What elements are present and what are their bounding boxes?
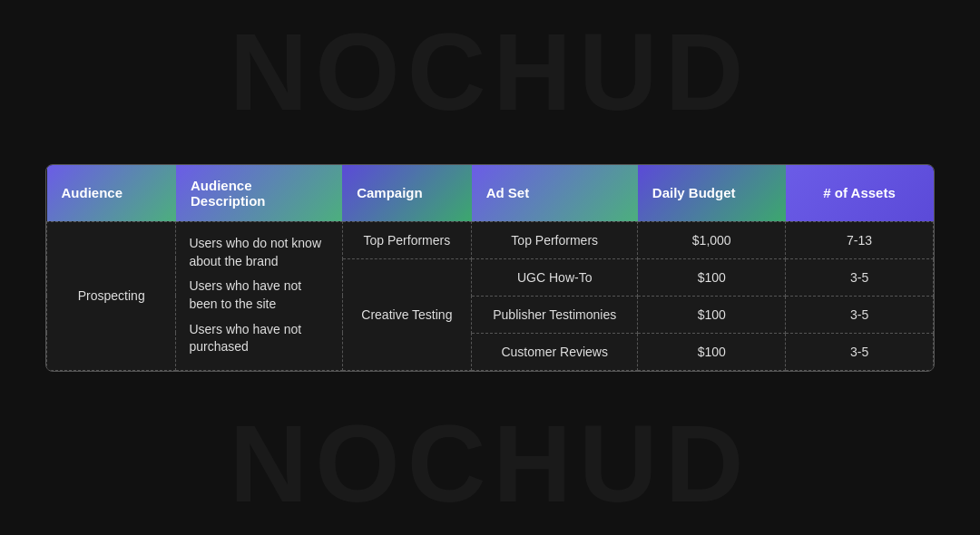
adset-customer-reviews: Customer Reviews bbox=[472, 333, 638, 370]
header-daily-budget: Daily Budget bbox=[638, 165, 786, 222]
main-table-container: Audience Audience Description Campaign A… bbox=[45, 164, 935, 372]
audience-cell: Prospecting bbox=[47, 221, 176, 370]
watermark-bottom: NOCHUD bbox=[230, 401, 751, 526]
assets-top-performers: 7-13 bbox=[786, 221, 934, 258]
budget-publisher: $100 bbox=[638, 296, 786, 333]
description-cell: Users who do not know about the brand Us… bbox=[176, 221, 342, 370]
header-audience-description: Audience Description bbox=[176, 165, 342, 222]
budget-ugc: $100 bbox=[638, 258, 786, 296]
campaign-table: Audience Audience Description Campaign A… bbox=[46, 165, 934, 371]
campaign-top-performers: Top Performers bbox=[342, 221, 471, 258]
header-ad-set: Ad Set bbox=[472, 165, 638, 222]
assets-publisher: 3-5 bbox=[786, 296, 934, 333]
header-audience: Audience bbox=[47, 165, 176, 222]
budget-customer-reviews: $100 bbox=[638, 333, 786, 370]
header-assets: # of Assets bbox=[786, 165, 934, 222]
assets-customer-reviews: 3-5 bbox=[786, 333, 934, 370]
table-row: Prospecting Users who do not know about … bbox=[47, 221, 934, 258]
campaign-creative-testing: Creative Testing bbox=[342, 258, 471, 370]
desc-item-2: Users who have not been to the site bbox=[189, 277, 328, 313]
header-campaign: Campaign bbox=[342, 165, 471, 222]
adset-top-performers: Top Performers bbox=[472, 221, 638, 258]
budget-top-performers: $1,000 bbox=[638, 221, 786, 258]
assets-ugc: 3-5 bbox=[786, 258, 934, 296]
adset-ugc: UGC How-To bbox=[472, 258, 638, 296]
header-row: Audience Audience Description Campaign A… bbox=[47, 165, 934, 222]
desc-item-3: Users who have not purchased bbox=[189, 321, 328, 356]
adset-publisher: Publisher Testimonies bbox=[472, 296, 638, 333]
desc-item-1: Users who do not know about the brand bbox=[189, 235, 328, 270]
watermark-top: NOCHUD bbox=[230, 9, 751, 134]
